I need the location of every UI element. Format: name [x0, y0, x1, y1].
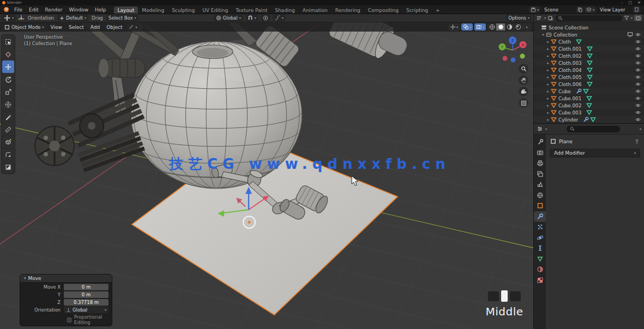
- visibility-eye-icon[interactable]: [635, 82, 641, 87]
- workspace-tab-uv-editing[interactable]: UV Editing: [198, 7, 232, 14]
- outliner-row-cloth-006[interactable]: ▸ Cloth.006: [534, 81, 644, 88]
- move-orientation-dropdown[interactable]: Global ▾: [64, 306, 109, 313]
- visibility-eye-icon[interactable]: [635, 46, 641, 51]
- workspace-tab-animation[interactable]: Animation: [299, 7, 332, 14]
- properties-tab-constraints[interactable]: [534, 243, 546, 254]
- maximize-button[interactable]: ▢: [629, 1, 633, 5]
- proportional-editing-checkbox[interactable]: [67, 318, 71, 322]
- visibility-eye-icon[interactable]: [635, 96, 641, 101]
- minimize-button[interactable]: –: [621, 1, 623, 5]
- expand-icon[interactable]: ▸: [545, 47, 551, 51]
- expand-icon[interactable]: ▸: [545, 103, 551, 108]
- viewport-menu-add[interactable]: Add: [87, 25, 103, 30]
- expand-icon[interactable]: ▸: [545, 75, 551, 80]
- properties-search-input[interactable]: [567, 126, 620, 132]
- properties-tab-world[interactable]: [534, 190, 546, 201]
- properties-tab-physics[interactable]: [534, 233, 546, 243]
- properties-tab-output[interactable]: [534, 158, 546, 169]
- move-field-z[interactable]: 0.37718 m: [64, 299, 109, 306]
- options-dropdown[interactable]: Options ▾: [506, 15, 532, 21]
- properties-tab-tool[interactable]: [534, 137, 546, 148]
- tool-select-box[interactable]: [2, 35, 14, 48]
- workspace-tab-rendering[interactable]: Rendering: [332, 7, 364, 14]
- falloff-dropdown[interactable]: ▾: [273, 15, 286, 21]
- visibility-eye-icon[interactable]: [635, 110, 641, 115]
- properties-editor-icon[interactable]: [537, 126, 543, 132]
- expand-icon[interactable]: ▸: [545, 40, 551, 44]
- collapse-icon[interactable]: ▾: [24, 276, 26, 281]
- gizmos-toggle[interactable]: ▾: [448, 23, 460, 31]
- expand-icon[interactable]: ▸: [545, 118, 551, 122]
- tool-move[interactable]: [2, 60, 14, 73]
- tool-tool-extra-2[interactable]: [2, 161, 14, 173]
- expand-icon[interactable]: ▸: [545, 82, 551, 87]
- nav-pan-button[interactable]: [519, 75, 528, 85]
- outliner-row-cylinder[interactable]: ▸ Cylinder: [534, 116, 644, 123]
- nav-zoom-button[interactable]: [519, 64, 528, 74]
- outliner-row-cube-001[interactable]: ▸ Cube.001: [534, 95, 644, 102]
- outliner-row-cube[interactable]: ▸ Cube: [534, 88, 644, 95]
- tool-transform[interactable]: [2, 98, 14, 111]
- scene-name-field[interactable]: Scene: [541, 7, 575, 13]
- properties-tab-particles[interactable]: [534, 222, 546, 233]
- navigation-gizmo[interactable]: Z X Y: [495, 34, 530, 64]
- blender-logo-icon[interactable]: [3, 7, 9, 13]
- visibility-eye-icon[interactable]: [635, 103, 641, 108]
- outliner-row-collection[interactable]: ▾ Collection: [534, 31, 644, 38]
- interaction-dropdown[interactable]: ▾: [127, 24, 139, 31]
- outliner-row-cube-002[interactable]: ▸ Cube.002: [534, 102, 644, 109]
- shading-options-caret[interactable]: ▾: [522, 23, 531, 31]
- outliner-row-scene-collection[interactable]: Scene Collection: [534, 24, 644, 31]
- drag-dropdown[interactable]: Select Box ▾: [106, 15, 139, 21]
- expand-icon[interactable]: ▸: [545, 89, 551, 94]
- display-mode-icon[interactable]: [536, 15, 543, 21]
- view-layer-browse-button[interactable]: ▾: [585, 7, 596, 13]
- active-tool-selector[interactable]: ▾: [2, 15, 16, 21]
- menu-edit[interactable]: Edit: [26, 7, 41, 13]
- axis-neg-z-ball[interactable]: [511, 58, 516, 63]
- visibility-eye-icon[interactable]: [635, 53, 641, 58]
- nav-camera-button[interactable]: [519, 87, 528, 96]
- move-field-move-x[interactable]: 0 m: [64, 284, 109, 290]
- properties-tab-modifiers[interactable]: [534, 211, 546, 222]
- add-modifier-button[interactable]: Add Modifier ▾: [550, 149, 640, 157]
- properties-editor-caret[interactable]: ▾: [545, 127, 547, 131]
- outliner-row-cloth-001[interactable]: ▸ Cloth.001: [534, 45, 644, 52]
- viewport-menu-select[interactable]: Select: [65, 25, 87, 30]
- snapping-dropdown[interactable]: ▾: [245, 15, 258, 21]
- add-view-layer-button[interactable]: [633, 7, 640, 13]
- viewport-menu-view[interactable]: View: [47, 25, 65, 30]
- visibility-eye-icon[interactable]: [635, 89, 641, 94]
- properties-tab-data[interactable]: [534, 254, 546, 265]
- tool-annotate[interactable]: [2, 111, 14, 123]
- outliner-row-cube-003[interactable]: ▸ Cube.003: [534, 109, 644, 116]
- properties-tab-object[interactable]: [534, 200, 546, 211]
- workspace-tab-[interactable]: +: [432, 7, 444, 14]
- tool-measure[interactable]: [2, 123, 14, 136]
- overlays-toggle[interactable]: ▾: [461, 23, 473, 31]
- filter-caret[interactable]: ▾: [631, 16, 633, 20]
- visibility-eye-icon[interactable]: [635, 75, 641, 80]
- expand-icon[interactable]: ▸: [545, 54, 551, 58]
- workspace-tab-texture-paint[interactable]: Texture Paint: [232, 7, 271, 14]
- close-button[interactable]: ✕: [637, 1, 641, 5]
- workspace-tab-modeling[interactable]: Modeling: [138, 7, 168, 14]
- properties-options-caret[interactable]: ▾: [640, 127, 641, 131]
- outliner-library-icon[interactable]: [547, 15, 553, 21]
- move-operator-panel[interactable]: ▾ Move Move X 0 m Y 0 m Z 0.37718 m Orie…: [20, 274, 112, 326]
- workspace-tab-scripting[interactable]: Scripting: [402, 7, 432, 14]
- menu-help[interactable]: Help: [92, 7, 110, 13]
- outliner-row-cloth-004[interactable]: ▸ Cloth.004: [534, 66, 644, 74]
- workspace-tab-layout[interactable]: Layout: [114, 7, 139, 14]
- proportional-editing-toggle[interactable]: [261, 15, 270, 21]
- tool-rotate[interactable]: [2, 73, 14, 86]
- properties-tab-render[interactable]: [534, 148, 546, 159]
- properties-tab-material[interactable]: [534, 264, 546, 275]
- nav-perspective-button[interactable]: [519, 98, 528, 108]
- expand-icon[interactable]: ▸: [545, 61, 551, 65]
- viewport-3d[interactable]: Object Mode ▾ ViewSelectAddObject ▾ ▾ ▾ …: [0, 22, 533, 329]
- axis-neg-y-ball[interactable]: [520, 54, 525, 59]
- shading-solid-button[interactable]: [496, 23, 505, 31]
- new-scene-button[interactable]: [576, 7, 583, 13]
- axis-neg-x-ball[interactable]: [503, 56, 508, 61]
